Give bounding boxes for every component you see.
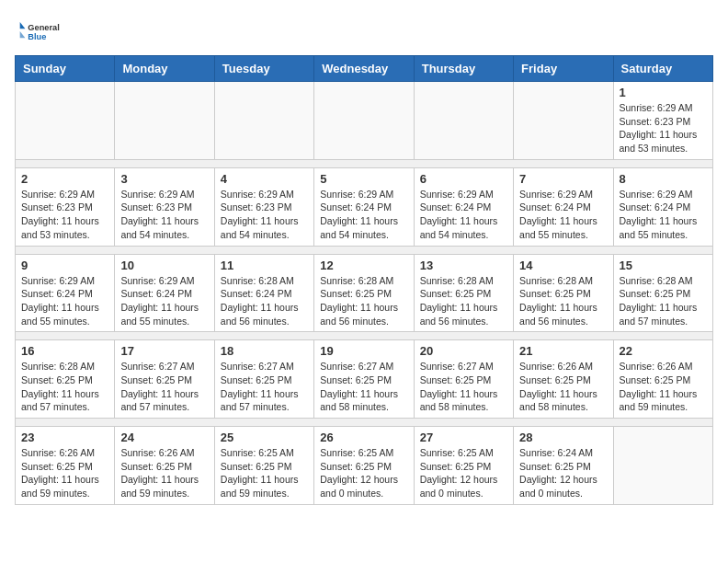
- day-number: 8: [620, 172, 707, 186]
- spacer-cell: [115, 332, 214, 340]
- day-number: 4: [221, 172, 308, 186]
- day-number: 10: [120, 259, 208, 272]
- day-info: Sunrise: 6:26 AM Sunset: 6:25 PM Dayligh…: [21, 446, 108, 500]
- calendar-day-cell: 14Sunrise: 6:28 AM Sunset: 6:25 PM Dayli…: [514, 254, 613, 332]
- day-number: 18: [221, 344, 308, 358]
- day-info: Sunrise: 6:27 AM Sunset: 6:25 PM Dayligh…: [420, 360, 507, 414]
- weekday-header: Sunday: [16, 56, 115, 82]
- svg-marker-3: [20, 31, 26, 38]
- spacer-cell: [115, 419, 214, 427]
- spacer-cell: [314, 419, 414, 427]
- calendar-day-cell: [314, 82, 414, 160]
- spacer-cell: [414, 419, 513, 427]
- calendar-table: SundayMondayTuesdayWednesdayThursdayFrid…: [15, 55, 713, 505]
- day-info: Sunrise: 6:25 AM Sunset: 6:25 PM Dayligh…: [221, 446, 308, 500]
- weekday-header-row: SundayMondayTuesdayWednesdayThursdayFrid…: [16, 56, 713, 82]
- calendar-day-cell: 18Sunrise: 6:27 AM Sunset: 6:25 PM Dayli…: [214, 340, 313, 419]
- calendar-day-cell: 17Sunrise: 6:27 AM Sunset: 6:25 PM Dayli…: [115, 340, 214, 419]
- day-number: 26: [320, 431, 407, 444]
- weekday-header: Saturday: [613, 56, 712, 82]
- day-number: 9: [21, 259, 108, 272]
- day-number: 17: [120, 344, 208, 358]
- calendar-day-cell: 2Sunrise: 6:29 AM Sunset: 6:23 PM Daylig…: [16, 167, 115, 246]
- page-header: General Blue: [15, 15, 713, 48]
- day-info: Sunrise: 6:27 AM Sunset: 6:25 PM Dayligh…: [221, 360, 308, 414]
- day-number: 1: [620, 86, 707, 99]
- day-number: 22: [620, 344, 707, 358]
- day-info: Sunrise: 6:29 AM Sunset: 6:23 PM Dayligh…: [120, 188, 208, 242]
- spacer-cell: [613, 246, 712, 254]
- calendar-day-cell: 24Sunrise: 6:26 AM Sunset: 6:25 PM Dayli…: [115, 427, 214, 505]
- calendar-day-cell: 13Sunrise: 6:28 AM Sunset: 6:25 PM Dayli…: [414, 254, 513, 332]
- day-number: 20: [420, 344, 507, 358]
- calendar-day-cell: 9Sunrise: 6:29 AM Sunset: 6:24 PM Daylig…: [16, 254, 115, 332]
- calendar-day-cell: 1Sunrise: 6:29 AM Sunset: 6:23 PM Daylig…: [613, 82, 712, 160]
- calendar-week-row: 23Sunrise: 6:26 AM Sunset: 6:25 PM Dayli…: [16, 427, 713, 505]
- calendar-day-cell: 6Sunrise: 6:29 AM Sunset: 6:24 PM Daylig…: [414, 167, 513, 246]
- spacer-cell: [613, 159, 712, 167]
- spacer-cell: [214, 332, 313, 340]
- calendar-day-cell: 3Sunrise: 6:29 AM Sunset: 6:23 PM Daylig…: [115, 167, 214, 246]
- day-info: Sunrise: 6:29 AM Sunset: 6:24 PM Dayligh…: [620, 188, 707, 242]
- calendar-day-cell: 28Sunrise: 6:24 AM Sunset: 6:25 PM Dayli…: [514, 427, 613, 505]
- calendar-day-cell: 22Sunrise: 6:26 AM Sunset: 6:25 PM Dayli…: [613, 340, 712, 419]
- day-info: Sunrise: 6:29 AM Sunset: 6:24 PM Dayligh…: [21, 274, 108, 328]
- day-number: 13: [420, 259, 507, 272]
- day-number: 23: [21, 431, 108, 444]
- calendar-day-cell: 15Sunrise: 6:28 AM Sunset: 6:25 PM Dayli…: [613, 254, 712, 332]
- calendar-day-cell: [514, 82, 613, 160]
- spacer-cell: [514, 419, 613, 427]
- calendar-day-cell: [214, 82, 313, 160]
- day-info: Sunrise: 6:26 AM Sunset: 6:25 PM Dayligh…: [120, 446, 208, 500]
- spacer-cell: [314, 159, 414, 167]
- calendar-day-cell: 4Sunrise: 6:29 AM Sunset: 6:23 PM Daylig…: [214, 167, 313, 246]
- day-number: 12: [320, 259, 407, 272]
- spacer-cell: [414, 159, 513, 167]
- calendar-day-cell: 11Sunrise: 6:28 AM Sunset: 6:24 PM Dayli…: [214, 254, 313, 332]
- logo-svg: General Blue: [15, 15, 61, 48]
- day-info: Sunrise: 6:27 AM Sunset: 6:25 PM Dayligh…: [320, 360, 407, 414]
- day-number: 25: [221, 431, 308, 444]
- day-info: Sunrise: 6:28 AM Sunset: 6:25 PM Dayligh…: [620, 274, 707, 328]
- spacer-cell: [115, 159, 214, 167]
- day-number: 6: [420, 172, 507, 186]
- day-info: Sunrise: 6:28 AM Sunset: 6:25 PM Dayligh…: [320, 274, 407, 328]
- day-info: Sunrise: 6:29 AM Sunset: 6:24 PM Dayligh…: [120, 274, 208, 328]
- spacer-cell: [214, 419, 313, 427]
- calendar-day-cell: 5Sunrise: 6:29 AM Sunset: 6:24 PM Daylig…: [314, 167, 414, 246]
- day-number: 11: [221, 259, 308, 272]
- weekday-header: Thursday: [414, 56, 513, 82]
- spacer-cell: [314, 246, 414, 254]
- calendar-day-cell: 7Sunrise: 6:29 AM Sunset: 6:24 PM Daylig…: [514, 167, 613, 246]
- spacer-cell: [16, 332, 115, 340]
- weekday-header: Wednesday: [314, 56, 414, 82]
- day-info: Sunrise: 6:29 AM Sunset: 6:24 PM Dayligh…: [320, 188, 407, 242]
- day-info: Sunrise: 6:29 AM Sunset: 6:23 PM Dayligh…: [221, 188, 308, 242]
- day-info: Sunrise: 6:24 AM Sunset: 6:25 PM Dayligh…: [519, 446, 607, 500]
- day-number: 14: [519, 259, 607, 272]
- calendar-day-cell: [613, 427, 712, 505]
- spacer-cell: [414, 246, 513, 254]
- calendar-day-cell: 25Sunrise: 6:25 AM Sunset: 6:25 PM Dayli…: [214, 427, 313, 505]
- day-number: 2: [21, 172, 108, 186]
- svg-text:Blue: Blue: [28, 32, 46, 41]
- day-number: 24: [120, 431, 208, 444]
- calendar-day-cell: 10Sunrise: 6:29 AM Sunset: 6:24 PM Dayli…: [115, 254, 214, 332]
- calendar-week-row: 9Sunrise: 6:29 AM Sunset: 6:24 PM Daylig…: [16, 254, 713, 332]
- calendar-day-cell: 16Sunrise: 6:28 AM Sunset: 6:25 PM Dayli…: [16, 340, 115, 419]
- weekday-header: Friday: [514, 56, 613, 82]
- calendar-day-cell: 19Sunrise: 6:27 AM Sunset: 6:25 PM Dayli…: [314, 340, 414, 419]
- svg-text:General: General: [28, 23, 60, 32]
- day-info: Sunrise: 6:28 AM Sunset: 6:25 PM Dayligh…: [420, 274, 507, 328]
- day-number: 5: [320, 172, 407, 186]
- day-info: Sunrise: 6:29 AM Sunset: 6:23 PM Dayligh…: [21, 188, 108, 242]
- spacer-cell: [613, 332, 712, 340]
- day-info: Sunrise: 6:25 AM Sunset: 6:25 PM Dayligh…: [320, 446, 407, 500]
- calendar-day-cell: 20Sunrise: 6:27 AM Sunset: 6:25 PM Dayli…: [414, 340, 513, 419]
- spacer-cell: [115, 246, 214, 254]
- weekday-header: Monday: [115, 56, 214, 82]
- day-info: Sunrise: 6:28 AM Sunset: 6:24 PM Dayligh…: [221, 274, 308, 328]
- day-number: 28: [519, 431, 607, 444]
- spacer-cell: [314, 332, 414, 340]
- calendar-day-cell: [414, 82, 513, 160]
